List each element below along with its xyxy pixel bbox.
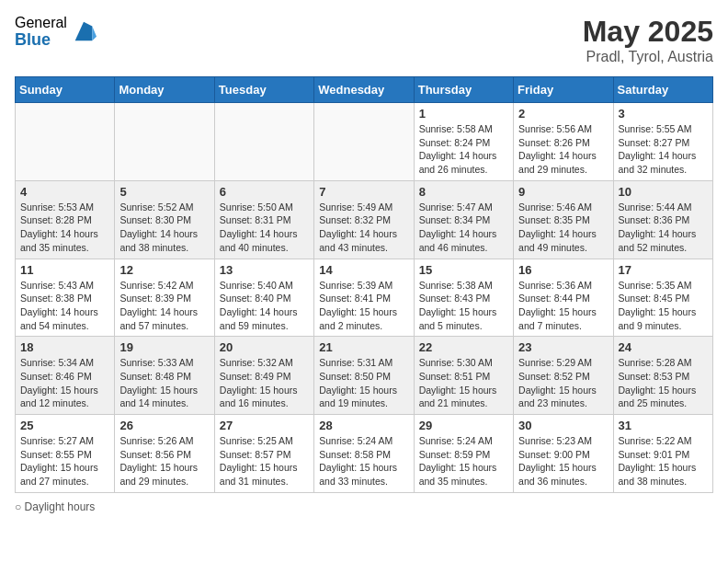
day-info: Sunrise: 5:44 AM Sunset: 8:36 PM Dayligh… <box>619 201 708 255</box>
day-number: 19 <box>119 340 209 354</box>
day-cell: 30Sunrise: 5:23 AM Sunset: 9:00 PM Dayli… <box>514 415 613 493</box>
day-number: 14 <box>319 263 408 277</box>
calendar-table: SundayMondayTuesdayWednesdayThursdayFrid… <box>15 76 713 493</box>
month-year-title: May 2025 <box>583 15 713 49</box>
day-info: Sunrise: 5:28 AM Sunset: 8:53 PM Dayligh… <box>619 356 708 410</box>
day-number: 3 <box>619 107 708 121</box>
day-cell <box>214 103 313 181</box>
day-number: 29 <box>419 419 508 432</box>
day-info: Sunrise: 5:50 AM Sunset: 8:31 PM Dayligh… <box>220 201 309 255</box>
day-cell: 17Sunrise: 5:35 AM Sunset: 8:45 PM Dayli… <box>613 259 712 337</box>
day-number: 15 <box>419 263 508 277</box>
day-info: Sunrise: 5:25 AM Sunset: 8:57 PM Dayligh… <box>220 434 309 488</box>
day-cell: 2Sunrise: 5:56 AM Sunset: 8:26 PM Daylig… <box>514 103 613 181</box>
header-saturday: Saturday <box>613 77 712 103</box>
day-info: Sunrise: 5:32 AM Sunset: 8:49 PM Dayligh… <box>220 356 309 410</box>
day-info: Sunrise: 5:56 AM Sunset: 8:26 PM Dayligh… <box>518 122 608 177</box>
day-info: Sunrise: 5:29 AM Sunset: 8:52 PM Dayligh… <box>518 356 608 410</box>
day-cell: 23Sunrise: 5:29 AM Sunset: 8:52 PM Dayli… <box>514 337 613 415</box>
day-cell: 22Sunrise: 5:30 AM Sunset: 8:51 PM Dayli… <box>414 337 513 415</box>
day-cell: 28Sunrise: 5:24 AM Sunset: 8:58 PM Dayli… <box>314 415 414 493</box>
day-info: Sunrise: 5:22 AM Sunset: 9:01 PM Dayligh… <box>619 434 708 488</box>
day-info: Sunrise: 5:43 AM Sunset: 8:38 PM Dayligh… <box>20 279 109 333</box>
day-info: Sunrise: 5:42 AM Sunset: 8:39 PM Dayligh… <box>119 279 209 333</box>
svg-marker-1 <box>92 26 97 40</box>
day-cell: 14Sunrise: 5:39 AM Sunset: 8:41 PM Dayli… <box>314 259 414 337</box>
logo-blue: Blue <box>15 31 67 50</box>
header-sunday: Sunday <box>16 77 115 103</box>
day-cell: 3Sunrise: 5:55 AM Sunset: 8:27 PM Daylig… <box>613 103 712 181</box>
day-number: 11 <box>20 263 109 277</box>
day-number: 4 <box>20 185 109 199</box>
footer: ○ Daylight hours <box>15 500 713 513</box>
header-wednesday: Wednesday <box>314 77 414 103</box>
day-number: 16 <box>518 263 608 277</box>
header-thursday: Thursday <box>414 77 513 103</box>
day-cell: 13Sunrise: 5:40 AM Sunset: 8:40 PM Dayli… <box>214 259 313 337</box>
day-info: Sunrise: 5:31 AM Sunset: 8:50 PM Dayligh… <box>319 356 408 410</box>
day-number: 25 <box>20 419 109 432</box>
day-cell: 20Sunrise: 5:32 AM Sunset: 8:49 PM Dayli… <box>214 337 313 415</box>
week-row-3: 11Sunrise: 5:43 AM Sunset: 8:38 PM Dayli… <box>16 259 713 337</box>
day-cell: 8Sunrise: 5:47 AM Sunset: 8:34 PM Daylig… <box>414 180 513 259</box>
day-info: Sunrise: 5:34 AM Sunset: 8:46 PM Dayligh… <box>20 356 109 410</box>
logo-icon <box>71 19 97 45</box>
day-cell <box>16 103 115 181</box>
day-cell: 25Sunrise: 5:27 AM Sunset: 8:55 PM Dayli… <box>16 415 115 493</box>
day-info: Sunrise: 5:46 AM Sunset: 8:35 PM Dayligh… <box>518 201 608 255</box>
day-info: Sunrise: 5:24 AM Sunset: 8:58 PM Dayligh… <box>319 434 408 488</box>
day-cell: 5Sunrise: 5:52 AM Sunset: 8:30 PM Daylig… <box>115 180 214 259</box>
day-cell: 31Sunrise: 5:22 AM Sunset: 9:01 PM Dayli… <box>613 415 712 493</box>
header-monday: Monday <box>115 77 214 103</box>
day-number: 21 <box>319 340 408 354</box>
day-number: 13 <box>220 263 309 277</box>
day-number: 20 <box>220 340 309 354</box>
day-number: 24 <box>619 340 708 354</box>
logo: General Blue <box>15 15 97 49</box>
day-cell: 27Sunrise: 5:25 AM Sunset: 8:57 PM Dayli… <box>214 415 313 493</box>
day-info: Sunrise: 5:27 AM Sunset: 8:55 PM Dayligh… <box>20 434 109 488</box>
day-cell: 9Sunrise: 5:46 AM Sunset: 8:35 PM Daylig… <box>514 180 613 259</box>
day-number: 10 <box>619 185 708 199</box>
day-info: Sunrise: 5:58 AM Sunset: 8:24 PM Dayligh… <box>419 122 508 177</box>
day-cell: 16Sunrise: 5:36 AM Sunset: 8:44 PM Dayli… <box>514 259 613 337</box>
title-section: May 2025 Pradl, Tyrol, Austria <box>583 15 713 65</box>
day-number: 12 <box>119 263 209 277</box>
day-cell: 24Sunrise: 5:28 AM Sunset: 8:53 PM Dayli… <box>613 337 712 415</box>
day-number: 9 <box>518 185 608 199</box>
day-number: 17 <box>619 263 708 277</box>
day-cell: 19Sunrise: 5:33 AM Sunset: 8:48 PM Dayli… <box>115 337 214 415</box>
day-cell: 10Sunrise: 5:44 AM Sunset: 8:36 PM Dayli… <box>613 180 712 259</box>
day-info: Sunrise: 5:35 AM Sunset: 8:45 PM Dayligh… <box>619 279 708 333</box>
day-info: Sunrise: 5:24 AM Sunset: 8:59 PM Dayligh… <box>419 434 508 488</box>
day-cell <box>115 103 214 181</box>
day-number: 6 <box>220 185 309 199</box>
day-cell: 29Sunrise: 5:24 AM Sunset: 8:59 PM Dayli… <box>414 415 513 493</box>
page-header: General Blue May 2025 Pradl, Tyrol, Aust… <box>15 15 713 65</box>
day-number: 27 <box>220 419 309 432</box>
day-cell: 18Sunrise: 5:34 AM Sunset: 8:46 PM Dayli… <box>16 337 115 415</box>
day-number: 1 <box>419 107 508 121</box>
header-tuesday: Tuesday <box>214 77 313 103</box>
day-cell: 6Sunrise: 5:50 AM Sunset: 8:31 PM Daylig… <box>214 180 313 259</box>
day-info: Sunrise: 5:30 AM Sunset: 8:51 PM Dayligh… <box>419 356 508 410</box>
svg-marker-0 <box>75 21 93 40</box>
day-info: Sunrise: 5:39 AM Sunset: 8:41 PM Dayligh… <box>319 279 408 333</box>
day-cell: 1Sunrise: 5:58 AM Sunset: 8:24 PM Daylig… <box>414 103 513 181</box>
header-friday: Friday <box>514 77 613 103</box>
day-info: Sunrise: 5:49 AM Sunset: 8:32 PM Dayligh… <box>319 201 408 255</box>
day-cell: 11Sunrise: 5:43 AM Sunset: 8:38 PM Dayli… <box>16 259 115 337</box>
day-number: 28 <box>319 419 408 432</box>
day-number: 2 <box>518 107 608 121</box>
day-number: 7 <box>319 185 408 199</box>
week-row-4: 18Sunrise: 5:34 AM Sunset: 8:46 PM Dayli… <box>16 337 713 415</box>
day-info: Sunrise: 5:55 AM Sunset: 8:27 PM Dayligh… <box>619 122 708 177</box>
week-row-2: 4Sunrise: 5:53 AM Sunset: 8:28 PM Daylig… <box>16 180 713 259</box>
day-info: Sunrise: 5:52 AM Sunset: 8:30 PM Dayligh… <box>119 201 209 255</box>
header-row: SundayMondayTuesdayWednesdayThursdayFrid… <box>16 77 713 103</box>
day-cell: 26Sunrise: 5:26 AM Sunset: 8:56 PM Dayli… <box>115 415 214 493</box>
day-info: Sunrise: 5:38 AM Sunset: 8:43 PM Dayligh… <box>419 279 508 333</box>
location-title: Pradl, Tyrol, Austria <box>583 49 713 65</box>
day-info: Sunrise: 5:47 AM Sunset: 8:34 PM Dayligh… <box>419 201 508 255</box>
day-info: Sunrise: 5:36 AM Sunset: 8:44 PM Dayligh… <box>518 279 608 333</box>
